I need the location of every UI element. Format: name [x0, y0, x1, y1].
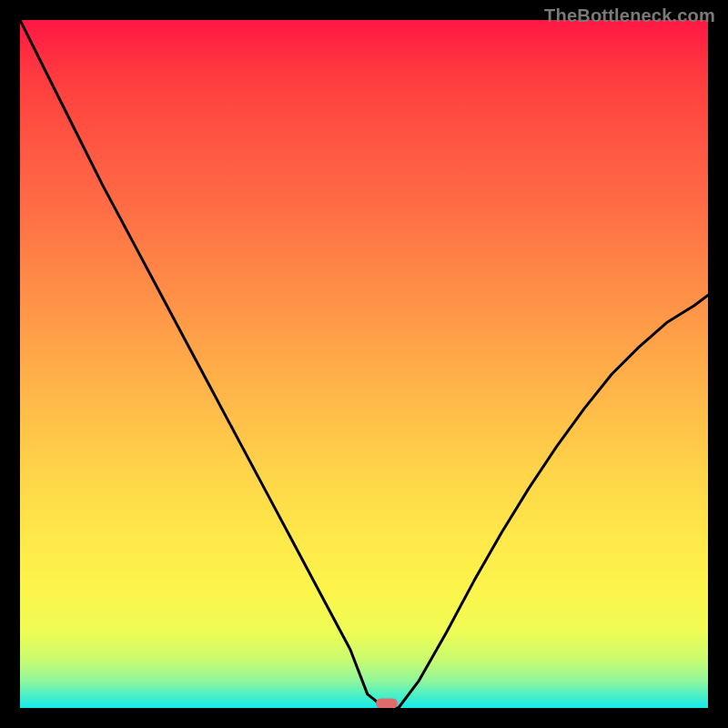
bottleneck-curve: [20, 20, 708, 708]
curve-svg: [20, 20, 708, 708]
optimal-marker: [376, 698, 398, 708]
chart-frame: TheBottleneck.com: [0, 0, 728, 728]
plot-area: [20, 20, 708, 708]
watermark-text: TheBottleneck.com: [544, 5, 715, 26]
